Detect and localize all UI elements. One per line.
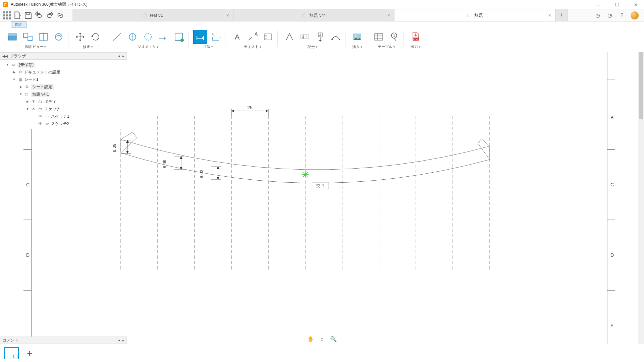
edge-ext-button[interactable] <box>156 30 170 44</box>
svg-text:A: A <box>235 33 240 41</box>
cube-icon: ◻ <box>24 92 30 97</box>
group-label[interactable]: 図面ビュー <box>25 44 46 49</box>
add-sheet-button[interactable]: + <box>27 348 32 359</box>
zoom-window-icon[interactable]: ⌕ <box>318 335 326 343</box>
app-icon: F <box>3 2 8 7</box>
note-button[interactable] <box>261 30 275 44</box>
visibility-icon[interactable]: 👁 <box>38 114 43 119</box>
sheet-thumbnail-1[interactable] <box>4 347 19 359</box>
bend-button[interactable] <box>329 30 343 44</box>
tree-component[interactable]: ◻ 無題 v4:1 <box>0 90 127 98</box>
tab-untitled-v4[interactable]: 無題 v4* × <box>233 9 394 21</box>
ribbon-group-dimension: X→Y 寸法 <box>191 29 225 52</box>
quick-access-toolbar: ▾ test v1 × 無題 v4* × 無題 × + <box>0 9 644 21</box>
main-area: B C D B C D E <box>0 52 644 344</box>
tree-sketch2[interactable]: 👁 ▱ スケッチ2 <box>0 120 127 127</box>
ordinate-button[interactable]: X→Y <box>209 30 223 44</box>
tree-root[interactable]: ▭ (未保存) <box>0 61 127 68</box>
minimize-button[interactable]: — <box>593 2 604 7</box>
visibility-icon[interactable]: 👁 <box>31 99 36 104</box>
visibility-icon[interactable]: 👁 <box>31 106 36 112</box>
svg-text:D: D <box>610 252 614 258</box>
center-mark-button[interactable] <box>125 30 140 44</box>
tab-close-icon[interactable]: × <box>387 13 390 18</box>
user-avatar[interactable] <box>631 11 639 19</box>
gear-icon: ⚙ <box>17 69 23 75</box>
datum-button[interactable]: A <box>313 30 327 44</box>
balloon-button[interactable]: 1 <box>387 30 401 44</box>
extensions-icon[interactable]: ◷ <box>594 12 601 19</box>
tab-untitled-drawing[interactable]: 無題 × <box>394 9 555 21</box>
svg-line-58 <box>394 38 396 41</box>
maximize-button[interactable]: ☐ <box>612 2 623 7</box>
svg-text:交点: 交点 <box>316 183 324 188</box>
image-button[interactable] <box>350 30 364 44</box>
pdf-output-button[interactable]: PDF <box>409 30 423 44</box>
feature-control-button[interactable]: ⌖.1 <box>298 30 312 44</box>
leader-button[interactable]: A <box>246 30 260 44</box>
group-label[interactable]: ジオメトリ <box>138 44 159 49</box>
group-label[interactable]: 挿入 <box>352 44 362 49</box>
tab-close-icon[interactable]: × <box>226 13 229 18</box>
group-label[interactable]: テキスト <box>244 44 261 49</box>
base-view-button[interactable] <box>5 30 19 44</box>
move-button[interactable] <box>73 30 87 44</box>
svg-rect-7 <box>6 17 8 19</box>
tree-bodies[interactable]: 👁 🗀 ボディ <box>0 98 127 105</box>
close-button[interactable]: ✕ <box>631 2 641 7</box>
tab-test-v1[interactable]: test v1 × <box>72 9 233 21</box>
detail-view-button[interactable] <box>52 30 66 44</box>
collapse-icon[interactable]: ◀◀ <box>2 54 8 58</box>
file-menu-icon[interactable]: ▾ <box>13 11 21 19</box>
tab-close-icon[interactable]: × <box>548 13 551 18</box>
centerline-button[interactable] <box>110 30 124 44</box>
tree-doc-settings[interactable]: ⚙ ドキュメントの設定 <box>0 68 127 76</box>
visibility-icon[interactable]: 👁 <box>38 121 43 126</box>
folder-icon: 🗀 <box>38 106 43 112</box>
tab-label: 無題 v4* <box>309 12 325 18</box>
section-view-button[interactable] <box>36 30 50 44</box>
save-icon[interactable] <box>24 11 32 19</box>
text-button[interactable]: A <box>230 30 244 44</box>
svg-text:B: B <box>610 115 613 120</box>
data-panel-icon[interactable] <box>3 11 11 19</box>
help-icon[interactable]: ? <box>619 12 625 19</box>
browser-title: ブラウザ <box>10 53 26 59</box>
redo-icon[interactable] <box>46 11 54 19</box>
surface-button[interactable] <box>282 30 297 44</box>
svg-rect-6 <box>3 17 5 19</box>
group-label[interactable]: 修正 <box>83 44 93 49</box>
zoom-fit-icon[interactable]: 🔍 <box>329 335 338 343</box>
center-pattern-button[interactable] <box>141 30 155 44</box>
browser-settings-icon[interactable]: ● <box>118 54 120 58</box>
vertical-scrollbar[interactable] <box>638 52 644 344</box>
projected-view-button[interactable] <box>21 30 35 44</box>
tree-sketch1[interactable]: 👁 ▱ スケッチ1 <box>0 113 127 120</box>
svg-rect-5 <box>9 14 11 16</box>
group-label[interactable]: テーブル <box>378 44 395 49</box>
workspace-tab-drawing[interactable]: 図面 <box>11 21 27 28</box>
svg-rect-8 <box>9 17 11 19</box>
table-button[interactable] <box>372 30 386 44</box>
new-tab-button[interactable]: + <box>555 9 568 21</box>
browser-pin-icon[interactable]: ▸ <box>122 54 124 58</box>
link-icon[interactable] <box>56 11 64 19</box>
comments-settings-icon[interactable]: ● <box>118 338 120 342</box>
rotate-button[interactable] <box>89 30 103 44</box>
svg-text:8.39: 8.39 <box>112 143 117 152</box>
tree-sheet1[interactable]: ▦ シート1 <box>0 76 127 83</box>
group-label[interactable]: 出力 <box>411 44 421 49</box>
comments-pin-icon[interactable]: ▸ <box>122 338 124 343</box>
pan-icon[interactable]: ✋ <box>306 335 315 343</box>
job-status-icon[interactable]: ◔ <box>606 12 613 19</box>
tree-sketches[interactable]: 👁 🗀 スケッチ <box>0 105 127 113</box>
undo-icon[interactable] <box>35 11 43 19</box>
group-label[interactable]: 寸法 <box>203 44 213 49</box>
svg-text:C: C <box>610 182 614 187</box>
svg-text:8.09: 8.09 <box>162 160 167 168</box>
browser-header: ◀◀ ブラウザ ● ▸ <box>0 52 127 60</box>
sketch-button[interactable]: + <box>172 30 186 44</box>
dimension-button[interactable] <box>193 30 207 44</box>
tree-sheet-settings[interactable]: ⚙ シート設定 <box>0 83 127 90</box>
group-label[interactable]: 記号 <box>308 44 318 49</box>
